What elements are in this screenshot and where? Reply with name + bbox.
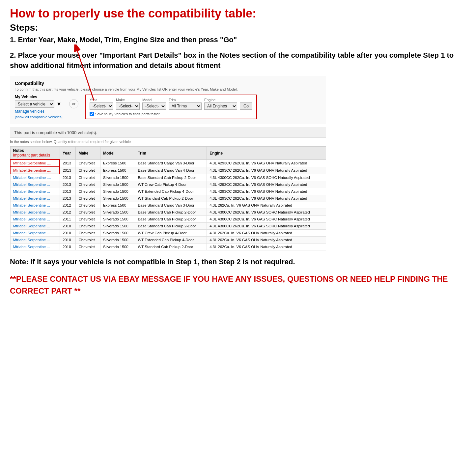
cell-notes: Mfrlabel:Serpentine ... xyxy=(10,237,60,244)
table-row: Mfrlabel:Serpentine ...2013ChevroletSilv… xyxy=(10,181,326,188)
cell-trim: Base Standard Cab Pickup 2-Door xyxy=(135,223,207,230)
cell-trim: Base Standard Cab Pickup 2-Door xyxy=(135,216,207,223)
make-field-group: Make -Select- xyxy=(116,98,140,110)
cell-notes: Mfrlabel:Serpentine ... xyxy=(10,244,60,250)
go-button[interactable]: Go xyxy=(240,102,252,110)
cell-notes: Mfrlabel:Serpentine .... xyxy=(10,167,60,174)
main-title: How to properly use the compatibility ta… xyxy=(10,7,466,20)
cell-model: Silverado 1500 xyxy=(100,223,135,230)
cell-engine: 4.3L 4300CC 262Cu. In. V6 GAS SOHC Natur… xyxy=(207,216,326,223)
cell-make: Chevrolet xyxy=(76,159,100,167)
cell-notes: Mfrlabel:Serpentine ... xyxy=(10,230,60,237)
table-row: Mfrlabel:Serpentine ...2010ChevroletSilv… xyxy=(10,237,326,244)
compat-title: Compatibility xyxy=(15,81,321,86)
cell-trim: Base Standard Cab Pickup 2-Door xyxy=(135,174,207,181)
my-vehicles-label: My Vehicles xyxy=(15,95,63,99)
cell-model: Silverado 1500 xyxy=(100,244,135,250)
cell-model: Silverado 1500 xyxy=(100,237,135,244)
col-model: Model xyxy=(100,147,135,160)
model-field-group: Model -Select- xyxy=(142,98,166,110)
cell-engine: 4.3L 4300CC 262Cu. In. V6 GAS SOHC Natur… xyxy=(207,174,326,181)
vehicle-select-dropdown[interactable]: Select a vehicle xyxy=(15,100,54,108)
trim-field-group: Trim All Trims xyxy=(169,98,202,110)
cell-year: 2013 xyxy=(60,174,75,181)
manage-vehicles-link[interactable]: Manage vehicles xyxy=(15,109,63,114)
cell-engine: 4.3L 4293CC 262Cu. In. V6 GAS OHV Natura… xyxy=(207,195,326,202)
cell-engine: 4.3L 4293CC 262Cu. In. V6 GAS OHV Natura… xyxy=(207,181,326,188)
cell-year: 2013 xyxy=(60,167,75,174)
trim-select[interactable]: All Trims xyxy=(169,102,202,110)
cell-notes: Mfrlabel:Serpentine ... xyxy=(10,223,60,230)
cell-model: Silverado 1500 xyxy=(100,209,135,216)
cell-year: 2010 xyxy=(60,223,75,230)
cell-make: Chevrolet xyxy=(76,202,100,209)
cell-make: Chevrolet xyxy=(76,167,100,174)
cell-trim: Base Standard Cargo Van 4-Door xyxy=(135,167,207,174)
cell-trim: WT Crew Cab Pickup 4-Door xyxy=(135,181,207,188)
save-checkbox[interactable] xyxy=(90,112,94,116)
cell-model: Silverado 1500 xyxy=(100,174,135,181)
cell-year: 2010 xyxy=(60,237,75,244)
cell-model: Express 1500 xyxy=(100,159,135,167)
col-engine: Engine xyxy=(207,147,326,160)
cell-notes: Mfrlabel:Serpentine ... xyxy=(10,209,60,216)
table-body: Mfrlabel:Serpentine ....2013ChevroletExp… xyxy=(10,159,326,250)
col-notes: Notes Important part details xyxy=(10,147,60,160)
cell-trim: WT Extended Cab Pickup 4-Door xyxy=(135,188,207,195)
cell-model: Silverado 1500 xyxy=(100,188,135,195)
cell-model: Express 1500 xyxy=(100,167,135,174)
cell-model: Silverado 1500 xyxy=(100,195,135,202)
table-row: Mfrlabel:Serpentine ...2011ChevroletSilv… xyxy=(10,216,326,223)
cell-engine: 4.3L 4293CC 262Cu. In. V6 GAS OHV Natura… xyxy=(207,188,326,195)
model-select[interactable]: -Select- xyxy=(142,102,166,110)
compatibility-box: Compatibility To confirm that this part … xyxy=(10,76,326,124)
col-make: Make xyxy=(76,147,100,160)
vehicle-select-row: Select a vehicle ▼ xyxy=(15,100,63,108)
engine-select[interactable]: All Engines xyxy=(204,102,237,110)
cell-engine: 4.3L 262Cu. In. V6 GAS OHV Naturally Asp… xyxy=(207,244,326,250)
model-label: Model xyxy=(142,98,166,102)
cell-model: Silverado 1500 xyxy=(100,230,135,237)
col-trim: Trim xyxy=(135,147,207,160)
cell-year: 2013 xyxy=(60,188,75,195)
dropdown-arrow-icon: ▼ xyxy=(56,101,62,107)
cell-make: Chevrolet xyxy=(76,174,100,181)
make-select[interactable]: -Select- xyxy=(116,102,140,110)
cell-trim: Base Standard Cargo Van 3-Door xyxy=(135,159,207,167)
step1-text: 1. Enter Year, Make, Model, Trim, Engine… xyxy=(10,35,466,45)
cell-engine: 4.3L 4293CC 262Cu. In. V6 GAS OHV Natura… xyxy=(207,159,326,167)
engine-label: Engine xyxy=(204,98,237,102)
cell-year: 2012 xyxy=(60,209,75,216)
cell-model: Express 1500 xyxy=(100,202,135,209)
cell-engine: 4.3L 4300CC 262Cu. In. V6 GAS SOHC Natur… xyxy=(207,223,326,230)
save-row: Save to My Vehicles to finds parts faste… xyxy=(90,112,252,116)
cell-year: 2013 xyxy=(60,159,75,167)
cell-make: Chevrolet xyxy=(76,223,100,230)
compat-subtitle: To confirm that this part fits your vehi… xyxy=(15,87,321,91)
cell-notes: Mfrlabel:Serpentine .... xyxy=(10,174,60,181)
table-row: Mfrlabel:Serpentine ...2012ChevroletSilv… xyxy=(10,209,326,216)
cell-year: 2010 xyxy=(60,230,75,237)
cell-notes: Mfrlabel:Serpentine .... xyxy=(10,159,60,167)
year-select[interactable]: -Select- xyxy=(90,102,113,110)
cell-make: Chevrolet xyxy=(76,244,100,250)
cell-notes: Mfrlabel:Serpentine ... xyxy=(10,195,60,202)
or-divider: or xyxy=(69,99,78,108)
cell-year: 2013 xyxy=(60,181,75,188)
cell-engine: 4.3L 262Cu. In. V6 GAS OHV Naturally Asp… xyxy=(207,230,326,237)
cell-trim: Base Standard Cab Pickup 2-Door xyxy=(135,209,207,216)
note-text: Note: if it says your vehicle is not com… xyxy=(10,257,466,267)
compatibility-section: Compatibility To confirm that this part … xyxy=(10,76,466,250)
steps-title: Steps: xyxy=(10,22,466,33)
make-label: Make xyxy=(116,98,140,102)
cell-year: 2013 xyxy=(60,195,75,202)
show-all-link[interactable]: [show all compatible vehicles] xyxy=(15,115,63,119)
table-row: Mfrlabel:Serpentine ...2010ChevroletSilv… xyxy=(10,223,326,230)
cell-trim: WT Standard Cab Pickup 2-Door xyxy=(135,244,207,250)
cell-notes: Mfrlabel:Serpentine ... xyxy=(10,216,60,223)
cell-year: 2011 xyxy=(60,216,75,223)
cell-notes: Mfrlabel:Serpentine ... xyxy=(10,202,60,209)
year-make-row: Year -Select- Make -Select- Model xyxy=(90,98,252,110)
table-row: Mfrlabel:Serpentine ....2013ChevroletSil… xyxy=(10,174,326,181)
table-row: Mfrlabel:Serpentine ...2013ChevroletSilv… xyxy=(10,195,326,202)
